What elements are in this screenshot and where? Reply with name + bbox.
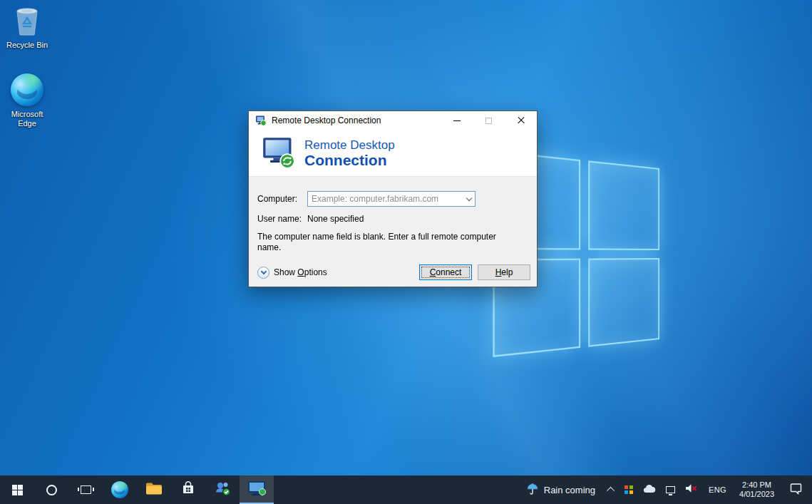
desktop: Recycle Bin Microsoft Edge Remote Deskto… xyxy=(0,0,812,504)
clock[interactable]: 2:40 PM 4/01/2023 xyxy=(733,475,781,504)
start-icon xyxy=(12,485,23,495)
username-value: None specified xyxy=(307,214,364,224)
help-button[interactable]: Help xyxy=(478,264,530,280)
volume-button[interactable] xyxy=(680,475,702,504)
dialog-footer: Show Options Connect Help xyxy=(257,264,530,280)
language-label: ENG xyxy=(709,485,726,494)
action-center-button[interactable] xyxy=(781,475,812,504)
file-explorer-button[interactable] xyxy=(137,475,171,504)
clock-date: 4/01/2023 xyxy=(739,490,774,499)
chevron-up-icon xyxy=(607,487,615,495)
button-row: Connect Help xyxy=(419,264,530,280)
weather-label: Rain coming xyxy=(544,485,595,495)
tray-app-button[interactable] xyxy=(620,475,638,504)
teams-icon xyxy=(214,480,231,500)
desktop-icon-microsoft-edge[interactable]: Microsoft Edge xyxy=(0,73,54,128)
banner-line2: Connection xyxy=(304,152,395,168)
desktop-icon-label: Recycle Bin xyxy=(6,41,48,50)
volume-muted-icon xyxy=(685,483,697,497)
onedrive-button[interactable] xyxy=(638,475,661,504)
minimize-icon xyxy=(453,120,461,121)
dialog-body: Computer: User name: None specified The … xyxy=(249,177,537,287)
remote-desktop-taskbar-button[interactable] xyxy=(240,475,274,504)
username-row: User name: None specified xyxy=(257,214,528,224)
rdp-dialog-window: Remote Desktop Connection xyxy=(248,110,538,287)
connect-button[interactable]: Connect xyxy=(419,264,472,280)
rdp-logo-icon xyxy=(262,137,296,170)
username-label: User name: xyxy=(257,214,307,224)
microsoft-store-button[interactable] xyxy=(171,475,205,504)
dialog-title: Remote Desktop Connection xyxy=(272,115,381,125)
taskbar-edge-button[interactable] xyxy=(103,475,137,504)
dialog-titlebar[interactable]: Remote Desktop Connection xyxy=(249,111,537,130)
help-label: Help xyxy=(495,267,513,277)
onedrive-cloud-icon xyxy=(643,483,656,496)
task-view-button[interactable] xyxy=(68,475,103,504)
file-explorer-icon xyxy=(145,481,163,498)
search-icon xyxy=(46,485,57,495)
edge-icon xyxy=(11,73,43,106)
language-indicator[interactable]: ENG xyxy=(702,475,733,504)
computer-input[interactable] xyxy=(308,192,463,206)
remote-desktop-taskbar-icon xyxy=(247,480,266,500)
wallpaper-pane xyxy=(588,258,659,347)
clock-time: 2:40 PM xyxy=(742,480,771,490)
connect-label: Connect xyxy=(430,267,462,277)
desktop-icon-label: Microsoft Edge xyxy=(4,110,51,128)
search-button[interactable] xyxy=(34,475,68,504)
microsoft-logo-tray-icon xyxy=(625,485,633,494)
task-view-icon xyxy=(81,485,91,494)
combo-arrow-icon xyxy=(466,195,471,200)
computer-row: Computer: xyxy=(257,191,528,207)
umbrella-icon xyxy=(526,483,539,498)
teams-button[interactable] xyxy=(205,475,240,504)
weather-widget[interactable]: Rain coming xyxy=(518,475,604,504)
minimize-button[interactable] xyxy=(441,111,473,130)
close-button[interactable] xyxy=(505,111,537,130)
close-icon xyxy=(517,116,525,125)
desktop-icon-recycle-bin[interactable]: Recycle Bin xyxy=(0,4,54,50)
rdp-titlebar-icon xyxy=(255,115,267,126)
banner-line1: Remote Desktop xyxy=(304,138,395,152)
maximize-icon xyxy=(485,118,492,124)
start-button[interactable] xyxy=(0,475,34,504)
store-icon xyxy=(180,480,196,499)
system-tray: Rain coming xyxy=(518,475,812,504)
network-button[interactable] xyxy=(661,475,680,504)
hidden-icons-button[interactable] xyxy=(604,475,620,504)
recycle-bin-icon xyxy=(13,4,41,37)
dialog-banner: Remote Desktop Connection xyxy=(249,130,537,177)
status-message: The computer name field is blank. Enter … xyxy=(257,232,510,253)
show-options-toggle[interactable]: Show Options xyxy=(257,267,327,279)
network-icon xyxy=(666,486,675,493)
maximize-button xyxy=(473,111,505,130)
wallpaper-pane xyxy=(588,160,659,250)
action-center-icon xyxy=(790,483,803,498)
computer-dropdown-button[interactable] xyxy=(463,192,475,206)
show-options-label: Show Options xyxy=(274,267,327,277)
options-chevron-icon xyxy=(257,267,269,279)
computer-label: Computer: xyxy=(257,194,307,204)
edge-icon xyxy=(111,481,128,498)
taskbar: Rain coming xyxy=(0,475,812,504)
computer-combobox xyxy=(307,191,476,207)
